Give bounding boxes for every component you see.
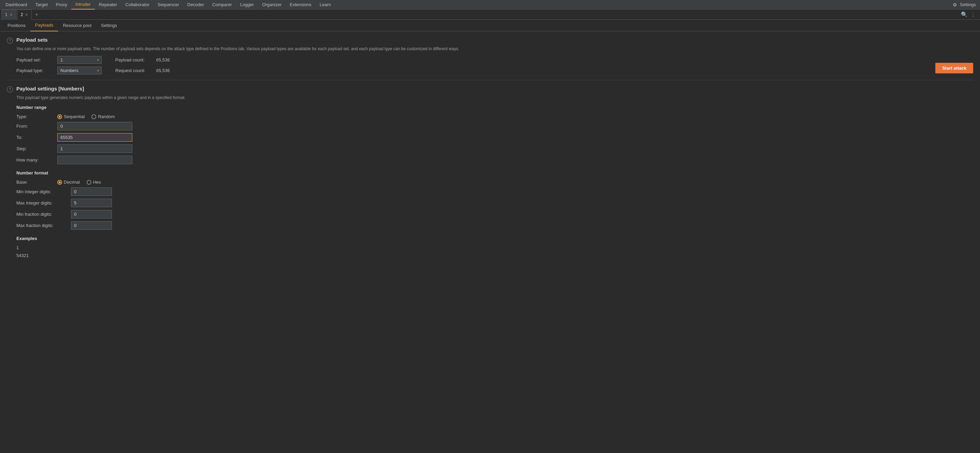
- max-frac-digits-label: Max fraction digits:: [16, 223, 71, 228]
- settings-label[interactable]: Settings: [960, 2, 976, 7]
- nav-repeater[interactable]: Repeater: [95, 0, 121, 10]
- min-frac-digits-label: Min fraction digits:: [16, 212, 71, 217]
- tab-1[interactable]: 1 ✕: [2, 10, 16, 20]
- payload-settings-header: ? Payload settings [Numbers]: [7, 86, 973, 93]
- top-nav: Dashboard Target Proxy Intruder Repeater…: [0, 0, 980, 10]
- payload-settings-help-icon[interactable]: ?: [7, 86, 13, 93]
- tab-2-label: 2: [21, 12, 23, 17]
- sequential-label: Sequential: [64, 114, 84, 119]
- tab-bar: 1 ✕ 2 ✕ + 🔍 ⋮: [0, 10, 980, 20]
- top-nav-right: ⚙ Settings: [953, 2, 978, 8]
- max-int-digits-label: Max integer digits:: [16, 200, 71, 206]
- more-options-icon[interactable]: ⋮: [970, 11, 976, 18]
- payload-set-select-wrapper: 1: [57, 56, 102, 64]
- payload-sets-description: You can define one or more payload sets.…: [16, 46, 973, 51]
- payload-type-row: Payload type: Numbers Request count: 65,…: [16, 67, 973, 74]
- random-label: Random: [98, 114, 115, 119]
- tab-2-close[interactable]: ✕: [25, 13, 28, 17]
- type-radio-group: Sequential Random: [57, 114, 115, 119]
- subtab-positions[interactable]: Positions: [3, 20, 30, 32]
- example-2: 54321: [16, 252, 973, 260]
- divider-1: [7, 80, 973, 80]
- step-label: Step:: [16, 146, 57, 151]
- subtab-resource-pool[interactable]: Resource pool: [58, 20, 96, 32]
- to-input[interactable]: [57, 133, 132, 142]
- main-content: Start attack ? Payload sets You can defi…: [0, 32, 980, 453]
- max-frac-digits-input[interactable]: [71, 221, 112, 230]
- payload-type-select[interactable]: Numbers: [57, 67, 102, 74]
- from-row: From:: [16, 122, 973, 131]
- to-label: To:: [16, 135, 57, 140]
- payload-set-row: Payload set: 1 Payload count: 65,536: [16, 56, 973, 64]
- tab-2[interactable]: 2 ✕: [17, 10, 32, 20]
- min-frac-digits-input[interactable]: [71, 210, 112, 219]
- how-many-input[interactable]: [57, 156, 132, 164]
- subtab-settings[interactable]: Settings: [96, 20, 122, 32]
- how-many-label: How many:: [16, 157, 57, 163]
- number-range-heading: Number range: [16, 105, 46, 110]
- nav-target[interactable]: Target: [31, 0, 52, 10]
- payload-count-value: 65,536: [156, 57, 170, 62]
- examples-heading: Examples: [16, 236, 37, 241]
- base-radio-group: Decimal Hex: [57, 180, 101, 185]
- random-radio[interactable]: [91, 114, 96, 119]
- tab-1-label: 1: [5, 12, 8, 17]
- payload-sets-header: ? Payload sets: [7, 37, 973, 44]
- payload-set-label: Payload set:: [16, 57, 57, 62]
- base-label: Base:: [16, 180, 57, 185]
- payload-type-label: Payload type:: [16, 68, 57, 73]
- to-row: To:: [16, 133, 973, 142]
- nav-comparer[interactable]: Comparer: [208, 0, 236, 10]
- number-format-heading: Number format: [16, 170, 48, 175]
- tab-bar-right: 🔍 ⋮: [961, 11, 978, 18]
- max-frac-digits-row: Max fraction digits:: [16, 221, 973, 230]
- tab-1-close[interactable]: ✕: [10, 13, 13, 17]
- subtab-payloads[interactable]: Payloads: [30, 20, 58, 32]
- max-int-digits-input[interactable]: [71, 199, 112, 207]
- sequential-radio-label[interactable]: Sequential: [57, 114, 84, 119]
- nav-proxy[interactable]: Proxy: [52, 0, 71, 10]
- step-input[interactable]: [57, 144, 132, 153]
- max-int-digits-row: Max integer digits:: [16, 199, 973, 207]
- sub-tab-bar: Positions Payloads Resource pool Setting…: [0, 20, 980, 32]
- decimal-label: Decimal: [64, 180, 80, 185]
- nav-decoder[interactable]: Decoder: [183, 0, 208, 10]
- sequential-radio[interactable]: [57, 114, 62, 119]
- examples-list: 1 54321: [16, 244, 973, 260]
- min-int-digits-row: Min integer digits:: [16, 187, 973, 196]
- nav-logger[interactable]: Logger: [236, 0, 258, 10]
- search-icon[interactable]: 🔍: [961, 11, 968, 18]
- decimal-radio[interactable]: [57, 180, 62, 185]
- nav-learn[interactable]: Learn: [315, 0, 335, 10]
- from-label: From:: [16, 124, 57, 129]
- hex-radio-label[interactable]: Hex: [87, 180, 101, 185]
- payload-sets-title: Payload sets: [16, 37, 48, 43]
- how-many-row: How many:: [16, 156, 973, 164]
- hex-radio[interactable]: [87, 180, 91, 185]
- nav-collaborator[interactable]: Collaborator: [121, 0, 153, 10]
- request-count-label: Request count:: [115, 68, 156, 73]
- payload-count-label: Payload count:: [115, 57, 156, 62]
- example-1: 1: [16, 244, 973, 252]
- settings-icon[interactable]: ⚙: [953, 2, 957, 8]
- hex-label: Hex: [93, 180, 101, 185]
- nav-sequencer[interactable]: Sequencer: [153, 0, 183, 10]
- tab-add-button[interactable]: +: [32, 11, 41, 19]
- step-row: Step:: [16, 144, 973, 153]
- nav-intruder[interactable]: Intruder: [71, 0, 95, 10]
- payload-set-select[interactable]: 1: [57, 56, 102, 64]
- type-row: Type: Sequential Random: [16, 114, 973, 119]
- start-attack-button[interactable]: Start attack: [935, 63, 973, 73]
- payload-settings-description: This payload type generates numeric payl…: [16, 95, 973, 100]
- nav-organizer[interactable]: Organizer: [258, 0, 285, 10]
- nav-extensions[interactable]: Extensions: [286, 0, 316, 10]
- min-int-digits-label: Min integer digits:: [16, 189, 71, 194]
- nav-dashboard[interactable]: Dashboard: [2, 0, 31, 10]
- payload-type-select-wrapper: Numbers: [57, 67, 102, 74]
- payload-sets-help-icon[interactable]: ?: [7, 38, 13, 44]
- random-radio-label[interactable]: Random: [91, 114, 115, 119]
- from-input[interactable]: [57, 122, 132, 131]
- decimal-radio-label[interactable]: Decimal: [57, 180, 80, 185]
- min-int-digits-input[interactable]: [71, 187, 112, 196]
- min-frac-digits-row: Min fraction digits:: [16, 210, 973, 219]
